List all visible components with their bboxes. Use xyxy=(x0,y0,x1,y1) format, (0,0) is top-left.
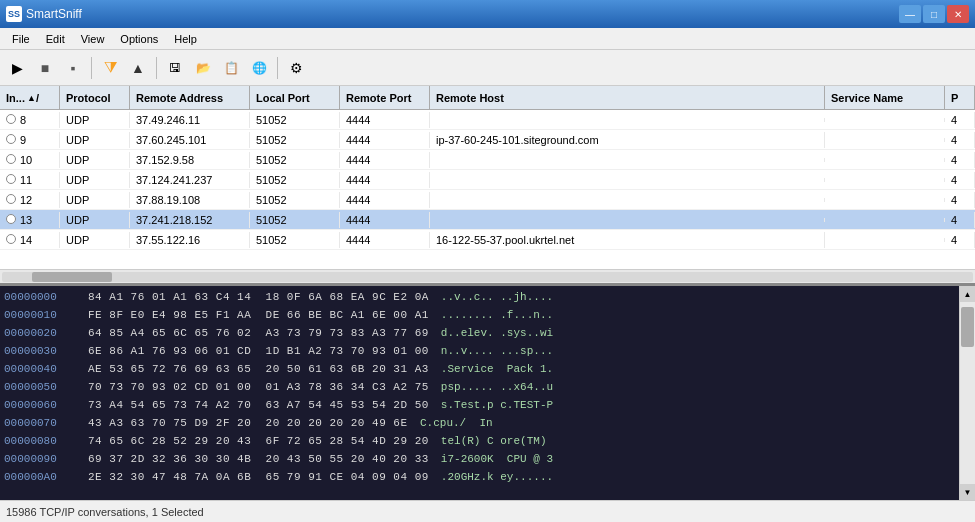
toolbar: ▶ ■ ▪ ⧩ ▲ 🖫 📂 📋 🌐 ⚙ xyxy=(0,50,975,86)
cell-index: 11 xyxy=(0,172,60,188)
scroll-track[interactable] xyxy=(2,272,973,282)
col-header-index[interactable]: In... ▲ / xyxy=(0,86,60,109)
table-body[interactable]: 8 UDP 37.49.246.11 51052 4444 4 9 UDP 37… xyxy=(0,110,975,269)
menu-file[interactable]: File xyxy=(4,28,38,49)
hex-row: 0000002064 85 A4 65 6C 65 76 02 A3 73 79… xyxy=(4,324,955,342)
cell-service-name xyxy=(825,138,945,142)
col-header-protocol[interactable]: Protocol xyxy=(60,86,130,109)
cell-remote-host xyxy=(430,118,825,122)
hex-bytes: 43 A3 63 70 75 D9 2F 20 20 20 20 20 20 4… xyxy=(88,417,408,429)
col-header-remote-host[interactable]: Remote Host xyxy=(430,86,825,109)
status-bar: 15986 TCP/IP conversations, 1 Selected xyxy=(0,500,975,522)
cell-local-port: 51052 xyxy=(250,232,340,248)
cell-p: 4 xyxy=(945,172,975,188)
triangle-button[interactable]: ▲ xyxy=(125,55,151,81)
menu-help[interactable]: Help xyxy=(166,28,205,49)
hex-ascii: C.cpu./ In xyxy=(420,417,493,429)
table-row[interactable]: 11 UDP 37.124.241.237 51052 4444 4 xyxy=(0,170,975,190)
scroll-thumb[interactable] xyxy=(32,272,112,282)
main-area: In... ▲ / Protocol Remote Address Local … xyxy=(0,86,975,500)
cell-index: 14 xyxy=(0,232,60,248)
hex-bytes: 6E 86 A1 76 93 06 01 CD 1D B1 A2 73 70 9… xyxy=(88,345,429,357)
filter-button[interactable]: ⧩ xyxy=(97,55,123,81)
cell-remote-host xyxy=(430,198,825,202)
horizontal-scrollbar[interactable] xyxy=(0,269,975,283)
col-header-p[interactable]: P xyxy=(945,86,975,109)
radio-indicator xyxy=(6,174,16,184)
hex-bytes: 74 65 6C 28 52 29 20 43 6F 72 65 28 54 4… xyxy=(88,435,429,447)
cell-protocol: UDP xyxy=(60,232,130,248)
radio-indicator xyxy=(6,134,16,144)
save-button[interactable]: 🖫 xyxy=(162,55,188,81)
scroll-thumb-v[interactable] xyxy=(961,307,974,347)
hex-bytes: 73 A4 54 65 73 74 A2 70 63 A7 54 45 53 5… xyxy=(88,399,429,411)
table-row[interactable]: 12 UDP 37.88.19.108 51052 4444 4 xyxy=(0,190,975,210)
hex-row: 0000009069 37 2D 32 36 30 30 4B 20 43 50… xyxy=(4,450,955,468)
scroll-track-v[interactable] xyxy=(960,302,975,484)
menu-options[interactable]: Options xyxy=(112,28,166,49)
hex-address: 00000020 xyxy=(4,327,80,339)
col-header-remote-port[interactable]: Remote Port xyxy=(340,86,430,109)
radio-indicator xyxy=(6,154,16,164)
hex-dump-area: 0000000084 A1 76 01 A1 63 C4 14 18 0F 6A… xyxy=(0,286,959,500)
hex-ascii: .Service Pack 1. xyxy=(441,363,553,375)
html-button[interactable]: 🌐 xyxy=(246,55,272,81)
hex-row: 000000A02E 32 30 47 48 7A 0A 6B 65 79 91… xyxy=(4,468,955,486)
cell-remote-host: ip-37-60-245-101.siteground.com xyxy=(430,132,825,148)
stop-button[interactable]: ■ xyxy=(32,55,58,81)
col-header-local-port[interactable]: Local Port xyxy=(250,86,340,109)
vertical-scrollbar[interactable]: ▲ ▼ xyxy=(959,286,975,500)
open-button[interactable]: 📂 xyxy=(190,55,216,81)
cell-local-port: 51052 xyxy=(250,172,340,188)
cell-remote-addr: 37.241.218.152 xyxy=(130,212,250,228)
maximize-button[interactable]: □ xyxy=(923,5,945,23)
cell-local-port: 51052 xyxy=(250,212,340,228)
cell-remote-port: 4444 xyxy=(340,152,430,168)
radio-indicator xyxy=(6,234,16,244)
hex-bytes: FE 8F E0 E4 98 E5 F1 AA DE 66 BE BC A1 6… xyxy=(88,309,429,321)
window-controls: — □ ✕ xyxy=(899,5,969,23)
cell-index: 13 xyxy=(0,212,60,228)
col-header-remote-addr[interactable]: Remote Address xyxy=(130,86,250,109)
cell-local-port: 51052 xyxy=(250,112,340,128)
hex-ascii: n..v.... ...sp... xyxy=(441,345,553,357)
cell-remote-host xyxy=(430,158,825,162)
close-button[interactable]: ✕ xyxy=(947,5,969,23)
window-title: SmartSniff xyxy=(26,7,82,21)
cell-p: 4 xyxy=(945,192,975,208)
cell-service-name xyxy=(825,218,945,222)
col-header-service-name[interactable]: Service Name xyxy=(825,86,945,109)
cell-service-name xyxy=(825,178,945,182)
hex-address: 00000040 xyxy=(4,363,80,375)
app-icon: SS xyxy=(6,6,22,22)
table-row[interactable]: 8 UDP 37.49.246.11 51052 4444 4 xyxy=(0,110,975,130)
title-bar-left: SS SmartSniff xyxy=(6,6,82,22)
cell-index: 12 xyxy=(0,192,60,208)
hex-bytes: 2E 32 30 47 48 7A 0A 6B 65 79 91 CE 04 0… xyxy=(88,471,429,483)
hex-bytes: 70 73 70 93 02 CD 01 00 01 A3 78 36 34 C… xyxy=(88,381,429,393)
minimize-button[interactable]: — xyxy=(899,5,921,23)
cell-remote-port: 4444 xyxy=(340,132,430,148)
table-row[interactable]: 14 UDP 37.55.122.16 51052 4444 16-122-55… xyxy=(0,230,975,250)
settings-button[interactable]: ⚙ xyxy=(283,55,309,81)
menu-view[interactable]: View xyxy=(73,28,113,49)
table-row[interactable]: 10 UDP 37.152.9.58 51052 4444 4 xyxy=(0,150,975,170)
hex-row: 0000000084 A1 76 01 A1 63 C4 14 18 0F 6A… xyxy=(4,288,955,306)
scroll-up-button[interactable]: ▲ xyxy=(960,286,975,302)
hex-address: 00000050 xyxy=(4,381,80,393)
cell-index: 8 xyxy=(0,112,60,128)
menu-bar: File Edit View Options Help xyxy=(0,28,975,50)
table-row[interactable]: 13 UDP 37.241.218.152 51052 4444 4 xyxy=(0,210,975,230)
play-button[interactable]: ▶ xyxy=(4,55,30,81)
cell-p: 4 xyxy=(945,112,975,128)
hex-row: 0000008074 65 6C 28 52 29 20 43 6F 72 65… xyxy=(4,432,955,450)
clear-button[interactable]: ▪ xyxy=(60,55,86,81)
cell-local-port: 51052 xyxy=(250,152,340,168)
hex-ascii: ..v..c.. ..jh.... xyxy=(441,291,553,303)
hex-row: 0000006073 A4 54 65 73 74 A2 70 63 A7 54… xyxy=(4,396,955,414)
cell-remote-addr: 37.60.245.101 xyxy=(130,132,250,148)
table-row[interactable]: 9 UDP 37.60.245.101 51052 4444 ip-37-60-… xyxy=(0,130,975,150)
copy-button[interactable]: 📋 xyxy=(218,55,244,81)
menu-edit[interactable]: Edit xyxy=(38,28,73,49)
scroll-down-button[interactable]: ▼ xyxy=(960,484,975,500)
